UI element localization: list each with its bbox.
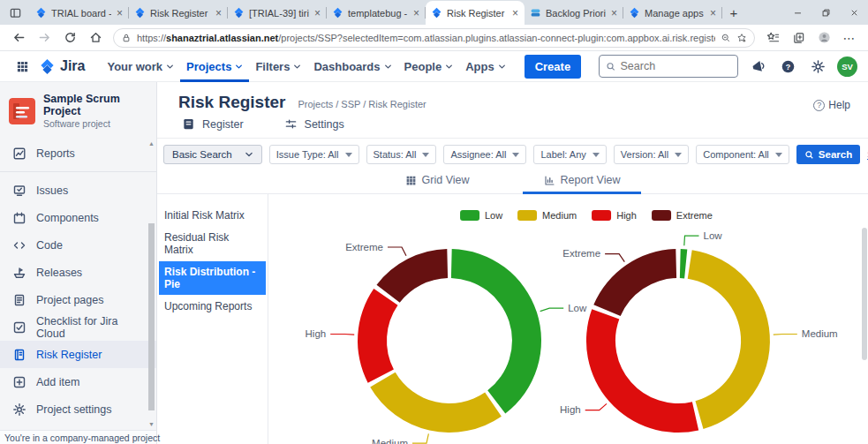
report-menu-item-risk-distribution-pie[interactable]: Risk Distribution - Pie bbox=[159, 261, 266, 295]
filter-dropdown-status[interactable]: Status: All bbox=[366, 145, 437, 164]
report-menu-item-initial-risk-matrix[interactable]: Initial Risk Matrix bbox=[159, 205, 266, 226]
sidebar-item-releases[interactable]: Releases bbox=[0, 259, 156, 286]
sidebar-item-components[interactable]: Components bbox=[0, 204, 156, 231]
app-switcher-icon[interactable] bbox=[11, 55, 34, 78]
pie-slice-medium[interactable] bbox=[370, 373, 502, 433]
sidebar-item-checklist-for-jira-cloud[interactable]: Checklist for Jira Cloud bbox=[0, 313, 156, 341]
browser-tab[interactable]: Risk Register - Jir× bbox=[129, 1, 228, 25]
sidebar-item-add-item[interactable]: Add item bbox=[0, 368, 156, 395]
more-menu-icon[interactable]: ⋯ bbox=[838, 27, 861, 49]
tab-close-icon[interactable]: × bbox=[610, 7, 618, 19]
scrollbar-thumb[interactable] bbox=[148, 223, 155, 410]
report-menu-item-residual-risk-matrix[interactable]: Residual Risk Matrix bbox=[159, 227, 266, 260]
charts-scrollbar-thumb[interactable] bbox=[862, 228, 867, 360]
profile-icon[interactable] bbox=[812, 27, 835, 49]
sidebar-item-project-settings[interactable]: Project settings bbox=[0, 395, 156, 423]
filter-dropdown-version[interactable]: Version: All bbox=[614, 145, 689, 164]
help-icon[interactable]: ? bbox=[777, 56, 798, 77]
browser-tab[interactable]: Backlog Prioritiza× bbox=[525, 1, 623, 25]
chevron-down-icon bbox=[445, 60, 453, 73]
tab-close-icon[interactable]: × bbox=[313, 7, 321, 19]
forward-icon[interactable] bbox=[33, 27, 56, 49]
megaphone-icon[interactable] bbox=[747, 56, 768, 77]
nav-item-dashboards[interactable]: Dashboards bbox=[307, 51, 397, 82]
scroll-up-icon[interactable]: ▲ bbox=[148, 140, 155, 147]
url-field[interactable]: https://shanaztrial.atlassian.net/projec… bbox=[113, 28, 755, 48]
browser-tab[interactable]: Risk Register - Jir× bbox=[426, 1, 525, 25]
nav-item-label: Your work bbox=[107, 60, 162, 73]
collections-icon[interactable] bbox=[787, 27, 810, 49]
zoom-out-icon[interactable] bbox=[721, 33, 731, 43]
tab-close-icon[interactable]: × bbox=[511, 7, 519, 19]
pie-slice-extreme[interactable] bbox=[377, 249, 449, 303]
close-icon[interactable] bbox=[840, 0, 868, 25]
tab-close-icon[interactable]: × bbox=[215, 7, 223, 19]
favorite-star-icon[interactable] bbox=[736, 33, 747, 43]
tab-settings[interactable]: Settings bbox=[284, 117, 344, 138]
home-icon[interactable] bbox=[84, 27, 107, 49]
nav-item-label: Dashboards bbox=[313, 60, 380, 73]
browser-tab[interactable]: [TRIAL-39] tiritiet× bbox=[228, 1, 327, 25]
legend-label: High bbox=[616, 210, 637, 221]
filter-search-button[interactable]: Search bbox=[796, 145, 860, 164]
restore-icon[interactable] bbox=[811, 0, 840, 25]
help-link[interactable]: ?Help bbox=[813, 99, 850, 111]
browser-tab[interactable]: TRIAL board - Ag× bbox=[30, 1, 129, 25]
filter-dropdown-label[interactable]: Label: Any bbox=[533, 145, 606, 164]
view-tab-report-view[interactable]: Report View bbox=[535, 170, 630, 193]
legend-item-medium: Medium bbox=[517, 210, 577, 221]
sidebar-item-code[interactable]: Code bbox=[0, 231, 156, 259]
sidebar-scrollbar[interactable]: ▲ ▼ bbox=[147, 140, 155, 428]
pie-slice-high[interactable] bbox=[358, 289, 397, 383]
refresh-icon[interactable] bbox=[58, 27, 81, 49]
sidebar-item-project-pages[interactable]: Project pages bbox=[0, 286, 156, 313]
tab-close-icon[interactable]: × bbox=[412, 7, 420, 19]
donut-chart-right: LowMediumHighExtreme bbox=[517, 226, 846, 444]
pie-slice-low[interactable] bbox=[451, 249, 541, 414]
scroll-down-icon[interactable]: ▼ bbox=[148, 421, 155, 428]
minimize-icon[interactable] bbox=[783, 0, 811, 25]
favorites-bar-icon[interactable] bbox=[761, 27, 784, 49]
tab-register[interactable]: Register bbox=[182, 117, 244, 138]
new-tab-button[interactable]: + bbox=[722, 0, 745, 25]
checklist-icon bbox=[12, 320, 26, 335]
nav-item-projects[interactable]: Projects bbox=[180, 51, 249, 82]
tab-close-icon[interactable]: × bbox=[116, 7, 124, 19]
sidebar-item-issues[interactable]: Issues bbox=[0, 177, 156, 204]
pie-slice-high[interactable] bbox=[586, 309, 698, 433]
pie-slice-medium[interactable] bbox=[688, 250, 770, 429]
project-header[interactable]: Sample Scrum Project Software project bbox=[0, 91, 156, 139]
search-mode-select[interactable]: Basic Search bbox=[163, 145, 262, 164]
sidebar-items: ReportsIssuesComponentsCodeReleasesProje… bbox=[0, 139, 156, 423]
sidebar-item-reports[interactable]: Reports bbox=[0, 139, 156, 167]
filter-dropdown-label: Status: All bbox=[374, 149, 417, 160]
back-icon[interactable] bbox=[7, 27, 30, 49]
svg-text:?: ? bbox=[785, 62, 790, 71]
sidebar-item-label: Releases bbox=[36, 267, 82, 279]
filter-dropdown-label: Version: All bbox=[621, 149, 668, 160]
filter-dropdown-component[interactable]: Component: All bbox=[696, 145, 789, 164]
filter-dropdown-issue-type[interactable]: Issue Type: All bbox=[269, 145, 359, 164]
nav-item-apps[interactable]: Apps bbox=[459, 51, 512, 82]
nav-item-your-work[interactable]: Your work bbox=[101, 51, 180, 82]
backlog-favicon bbox=[530, 7, 541, 19]
settings-gear-icon[interactable] bbox=[807, 56, 828, 77]
browser-tab[interactable]: Manage apps - Ji× bbox=[623, 1, 722, 25]
sidebar-item-risk-register[interactable]: Risk Register bbox=[0, 341, 156, 368]
report-menu-item-upcoming-reports[interactable]: Upcoming Reports bbox=[159, 296, 266, 317]
user-avatar[interactable]: SV bbox=[837, 56, 857, 77]
pie-slice-low[interactable] bbox=[680, 249, 687, 278]
global-search[interactable] bbox=[599, 55, 738, 78]
browser-tab[interactable]: templatebug - Is× bbox=[327, 1, 426, 25]
pie-slice-extreme[interactable] bbox=[593, 249, 676, 316]
nav-item-filters[interactable]: Filters bbox=[249, 51, 307, 82]
legend-label: Medium bbox=[542, 210, 577, 221]
view-tab-grid-view[interactable]: Grid View bbox=[396, 170, 479, 193]
tab-close-icon[interactable]: × bbox=[709, 7, 717, 19]
jira-logo[interactable]: Jira bbox=[39, 58, 85, 75]
nav-item-people[interactable]: People bbox=[398, 51, 460, 82]
global-search-input[interactable] bbox=[620, 60, 731, 72]
create-button[interactable]: Create bbox=[525, 55, 581, 79]
filter-dropdown-assignee[interactable]: Assignee: All bbox=[443, 145, 526, 164]
tab-actions-icon[interactable] bbox=[0, 0, 30, 25]
